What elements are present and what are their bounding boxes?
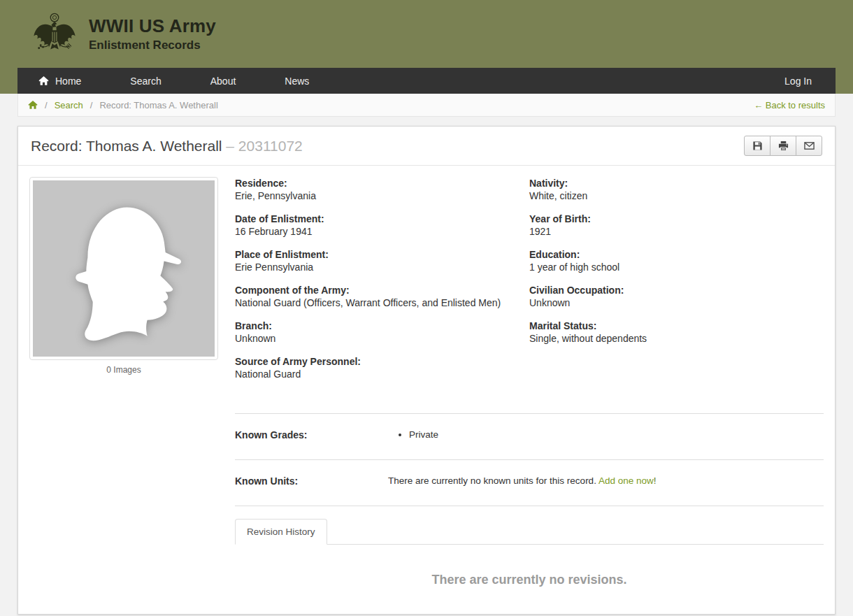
no-revisions-message: There are currently no revisions. xyxy=(235,573,824,587)
site-title: WWII US Army xyxy=(89,16,216,37)
nav-item-label: Search xyxy=(130,76,161,87)
field-label: Nativity: xyxy=(529,177,810,189)
nav-item-label: Home xyxy=(55,76,81,87)
nav-item-about[interactable]: About xyxy=(199,68,248,94)
army-seal-logo xyxy=(31,11,78,57)
record-actions xyxy=(744,136,822,156)
field-label: Date of Enlistment: xyxy=(235,213,515,225)
print-icon xyxy=(778,141,789,151)
breadcrumb-current: Record: Thomas A. Wetherall xyxy=(99,100,217,110)
home-icon xyxy=(38,76,49,86)
known-grades-label: Known Grades: xyxy=(235,429,388,440)
known-grades-section: Known Grades: Private xyxy=(235,413,824,459)
nav-item-news[interactable]: News xyxy=(273,68,320,94)
breadcrumb-separator: / xyxy=(45,100,48,110)
field-value: Unknown xyxy=(235,332,515,345)
field-value: Unknown xyxy=(529,296,810,309)
print-button[interactable] xyxy=(770,136,796,156)
field-label: Branch: xyxy=(235,320,515,332)
field-label: Place of Enlistment: xyxy=(235,248,515,261)
field-label: Component of the Army: xyxy=(235,284,515,296)
back-to-results-link[interactable]: ← Back to results xyxy=(754,100,825,110)
units-suffix: ! xyxy=(654,475,657,486)
field-value: 1921 xyxy=(529,225,810,238)
site-header: WWII US Army Enlistment Records xyxy=(0,0,853,68)
nav-item-label: About xyxy=(210,76,236,87)
known-units-label: Known Units: xyxy=(235,475,388,487)
record-photo-placeholder xyxy=(29,177,218,360)
breadcrumb-home-icon[interactable] xyxy=(28,100,38,110)
tab-revision-history[interactable]: Revision History xyxy=(235,519,327,545)
units-empty-text: There are currently no known units for t… xyxy=(388,475,598,486)
field-label: Education: xyxy=(529,248,810,261)
record-field: Date of Enlistment:16 February 1941 xyxy=(235,213,515,238)
add-unit-link[interactable]: Add one now xyxy=(598,475,654,486)
record-panel: Record: Thomas A. Wetherall – 20311072 xyxy=(17,126,836,615)
field-label: Marital Status: xyxy=(529,320,810,332)
field-value: 1 year of high school xyxy=(529,261,810,273)
record-details: Residence:Erie, PennsylvaniaDate of Enli… xyxy=(235,177,824,614)
record-field: Marital Status:Single, without dependent… xyxy=(529,320,810,345)
record-header: Record: Thomas A. Wetherall – 20311072 xyxy=(18,127,835,166)
revision-tabs-block: Revision History There are currently no … xyxy=(235,506,824,614)
field-value: Single, without dependents xyxy=(529,332,810,345)
record-field: Nativity:White, citizen xyxy=(529,177,810,202)
grade-item: Private xyxy=(409,429,824,440)
field-value: National Guard (Officers, Warrant Office… xyxy=(235,296,515,309)
record-field: Education:1 year of high school xyxy=(529,248,810,273)
record-field: Year of Birth:1921 xyxy=(529,213,810,238)
tab-nav: Revision History xyxy=(235,519,824,545)
breadcrumb: / Search / Record: Thomas A. Wetherall ←… xyxy=(17,94,836,117)
record-field: Civilian Occupation:Unknown xyxy=(529,284,810,309)
main-navbar: Home Search About News Log In xyxy=(17,68,836,94)
soldier-silhouette-icon xyxy=(44,187,204,350)
nav-item-search[interactable]: Search xyxy=(119,68,172,94)
email-icon xyxy=(804,141,815,151)
record-field: Component of the Army:National Guard (Of… xyxy=(235,284,515,309)
site-branding: WWII US Army Enlistment Records xyxy=(17,0,836,68)
field-value: White, citizen xyxy=(529,189,810,202)
record-field: Source of Army Personnel:National Guard xyxy=(235,355,515,380)
record-image-column: 0 Images xyxy=(29,177,218,614)
fields-column-right: Nativity:White, citizenYear of Birth:192… xyxy=(529,177,824,391)
field-value: Erie Pennsylvania xyxy=(235,261,515,273)
breadcrumb-search-link[interactable]: Search xyxy=(55,100,83,110)
field-label: Residence: xyxy=(235,177,515,189)
record-field: Residence:Erie, Pennsylvania xyxy=(235,177,515,202)
breadcrumb-separator: / xyxy=(90,100,93,110)
save-icon xyxy=(752,141,763,151)
known-units-section: Known Units: There are currently no know… xyxy=(235,459,824,506)
save-button[interactable] xyxy=(744,136,770,156)
page-title: Record: Thomas A. Wetherall – 20311072 xyxy=(31,138,303,155)
record-field: Place of Enlistment:Erie Pennsylvania xyxy=(235,248,515,273)
field-label: Civilian Occupation: xyxy=(529,284,810,296)
nav-item-home[interactable]: Home xyxy=(27,68,92,94)
record-field: Branch:Unknown xyxy=(235,320,515,345)
field-label: Source of Army Personnel: xyxy=(235,355,515,368)
grades-list: Private xyxy=(388,429,824,440)
revision-history-content: There are currently no revisions. xyxy=(235,545,824,614)
field-value: Erie, Pennsylvania xyxy=(235,189,515,202)
image-count-caption: 0 Images xyxy=(29,365,218,375)
nav-item-label: News xyxy=(285,76,309,87)
record-number: – 20311072 xyxy=(226,138,302,154)
field-value: National Guard xyxy=(235,368,515,380)
field-label: Year of Birth: xyxy=(529,213,810,225)
site-subtitle: Enlistment Records xyxy=(89,38,216,52)
email-button[interactable] xyxy=(796,136,822,156)
login-link[interactable]: Log In xyxy=(773,68,823,94)
field-value: 16 February 1941 xyxy=(235,225,515,238)
fields-column-left: Residence:Erie, PennsylvaniaDate of Enli… xyxy=(235,177,529,391)
